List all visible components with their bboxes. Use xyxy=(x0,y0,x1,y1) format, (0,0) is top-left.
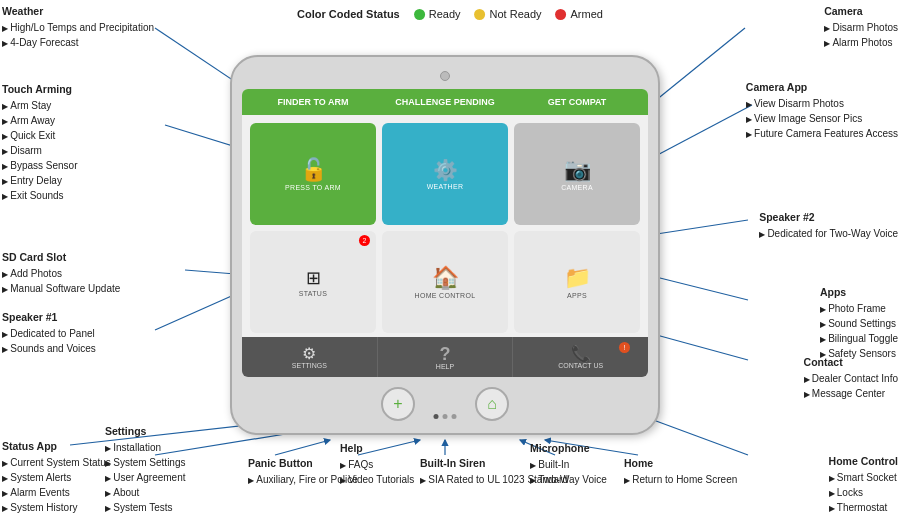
touch-arming-item-1: Arm Away xyxy=(2,113,78,128)
label-home-control: Home Control Smart Socket Locks Thermost… xyxy=(829,454,898,515)
contact-list: Dealer Contact Info Message Center xyxy=(804,371,898,401)
weather-list: High/Lo Temps and Precipitation 4-Day Fo… xyxy=(2,20,154,50)
contact-toolbar-label: CONTACT US xyxy=(558,362,603,369)
not-ready-label: Not Ready xyxy=(490,8,542,20)
camera-item-1: Alarm Photos xyxy=(824,35,898,50)
speaker1-title: Speaker #1 xyxy=(2,310,96,326)
settings-item-2: User Agreement xyxy=(105,470,186,485)
status-app-item-2: Alarm Events xyxy=(2,485,111,500)
status-app-item-1: System Alerts xyxy=(2,470,111,485)
home-item-0: Return to Home Screen xyxy=(624,472,737,487)
press-to-arm-icon: 🔓 xyxy=(300,159,327,181)
legend-title: Color Coded Status xyxy=(297,8,400,20)
settings-title: Settings xyxy=(105,424,186,440)
legend-not-ready: Not Ready xyxy=(475,8,542,20)
label-weather: Weather High/Lo Temps and Precipitation … xyxy=(2,4,154,50)
help-item-0: FAQs xyxy=(340,457,414,472)
press-to-arm-label: PRESS TO ARM xyxy=(285,184,341,191)
home-control-item-2: Thermostat xyxy=(829,500,898,515)
camera-item-0: Disarm Photos xyxy=(824,20,898,35)
help-item-1: Video Tutorials xyxy=(340,472,414,487)
apps-item-1: Sound Settings xyxy=(820,316,898,331)
screen-toolbar: ⚙ SETTINGS ? HELP ! 📞 CONTACT US xyxy=(242,337,648,377)
settings-toolbar-icon: ⚙ xyxy=(302,346,316,362)
settings-item-0: Installation xyxy=(105,440,186,455)
status-app-item-3: System History xyxy=(2,500,111,515)
legend-armed: Armed xyxy=(556,8,603,20)
settings-item-3: About xyxy=(105,485,186,500)
speaker1-list: Dedicated to Panel Sounds and Voices xyxy=(2,326,96,356)
armed-label: Armed xyxy=(571,8,603,20)
topbar-section-2: GET COMPAT xyxy=(514,97,640,107)
label-home: Home Return to Home Screen xyxy=(624,456,737,487)
speaker2-title: Speaker #2 xyxy=(759,210,898,226)
sd-card-title: SD Card Slot xyxy=(2,250,120,266)
home-icon: ⌂ xyxy=(487,395,497,413)
status-legend: Color Coded Status Ready Not Ready Armed xyxy=(297,8,603,20)
icon-status[interactable]: 2 ⊞ STATUS xyxy=(250,231,376,333)
home-control-item-0: Smart Socket xyxy=(829,470,898,485)
camera-app-list: View Disarm Photos View Image Sensor Pic… xyxy=(746,96,898,141)
label-speaker1: Speaker #1 Dedicated to Panel Sounds and… xyxy=(2,310,96,356)
apps-list: Photo Frame Sound Settings Bilingual Tog… xyxy=(820,301,898,361)
svg-line-6 xyxy=(650,220,748,235)
status-app-list: Current System Status System Alerts Alar… xyxy=(2,455,111,515)
sd-card-list: Add Photos Manual Software Update xyxy=(2,266,120,296)
contact-title: Contact xyxy=(804,355,898,371)
label-contact: Contact Dealer Contact Info Message Cent… xyxy=(804,355,898,401)
weather-icon-label: WEATHER xyxy=(427,183,464,190)
toolbar-contact[interactable]: ! 📞 CONTACT US xyxy=(513,337,648,377)
home-control-list: Smart Socket Locks Thermostat xyxy=(829,470,898,515)
home-button[interactable]: ⌂ xyxy=(475,387,509,421)
icon-apps[interactable]: 📁 APPS xyxy=(514,231,640,333)
sd-card-item-1: Manual Software Update xyxy=(2,281,120,296)
touch-arming-item-0: Arm Stay xyxy=(2,98,78,113)
touch-arming-list: Arm Stay Arm Away Quick Exit Disarm Bypa… xyxy=(2,98,78,203)
indicator-dot-1 xyxy=(443,414,448,419)
svg-line-16 xyxy=(648,418,748,455)
icon-press-to-arm[interactable]: 🔓 PRESS TO ARM xyxy=(250,123,376,225)
microphone-list: Built-In Two-Way Voice xyxy=(530,457,607,487)
armed-dot xyxy=(556,9,567,20)
contact-badge: ! xyxy=(619,342,630,353)
help-toolbar-icon: ? xyxy=(440,345,451,363)
contact-item-1: Message Center xyxy=(804,386,898,401)
speaker1-item-1: Sounds and Voices xyxy=(2,341,96,356)
not-ready-dot xyxy=(475,9,486,20)
tablet-screen: FINDER TO ARM CHALLENGE PENDING GET COMP… xyxy=(242,89,648,377)
speaker2-item-0: Dedicated for Two-Way Voice xyxy=(759,226,898,241)
settings-list: Installation System Settings User Agreem… xyxy=(105,440,186,515)
status-icon: ⊞ xyxy=(306,269,321,287)
camera-app-item-0: View Disarm Photos xyxy=(746,96,898,111)
icon-home-control[interactable]: 🏠 HOME CONTROL xyxy=(382,231,508,333)
camera-app-title: Camera App xyxy=(746,80,898,96)
icon-camera[interactable]: 📷 CAMERA xyxy=(514,123,640,225)
page-wrapper: Color Coded Status Ready Not Ready Armed xyxy=(0,0,900,525)
toolbar-help[interactable]: ? HELP xyxy=(378,337,514,377)
svg-line-5 xyxy=(648,105,752,160)
label-camera-app: Camera App View Disarm Photos View Image… xyxy=(746,80,898,141)
label-speaker2: Speaker #2 Dedicated for Two-Way Voice xyxy=(759,210,898,241)
contact-item-0: Dealer Contact Info xyxy=(804,371,898,386)
touch-arming-item-2: Quick Exit xyxy=(2,128,78,143)
label-camera: Camera Disarm Photos Alarm Photos xyxy=(824,4,898,50)
settings-item-4: System Tests xyxy=(105,500,186,515)
ready-dot xyxy=(414,9,425,20)
microphone-item-0: Built-In xyxy=(530,457,607,472)
apps-item-0: Photo Frame xyxy=(820,301,898,316)
label-touch-arming: Touch Arming Arm Stay Arm Away Quick Exi… xyxy=(2,82,78,203)
weather-item-1: 4-Day Forecast xyxy=(2,35,154,50)
add-button[interactable]: + xyxy=(381,387,415,421)
camera-title: Camera xyxy=(824,4,898,20)
screen-topbar: FINDER TO ARM CHALLENGE PENDING GET COMP… xyxy=(242,89,648,115)
toolbar-settings[interactable]: ⚙ SETTINGS xyxy=(242,337,378,377)
status-app-title: Status App xyxy=(2,439,111,455)
legend-ready: Ready xyxy=(414,8,461,20)
icon-weather[interactable]: ⚙️ WEATHER xyxy=(382,123,508,225)
touch-arming-item-4: Bypass Sensor xyxy=(2,158,78,173)
weather-item-0: High/Lo Temps and Precipitation xyxy=(2,20,154,35)
indicator-dot-0 xyxy=(434,414,439,419)
weather-title: Weather xyxy=(2,4,154,20)
home-control-item-1: Locks xyxy=(829,485,898,500)
home-control-title: Home Control xyxy=(829,454,898,470)
